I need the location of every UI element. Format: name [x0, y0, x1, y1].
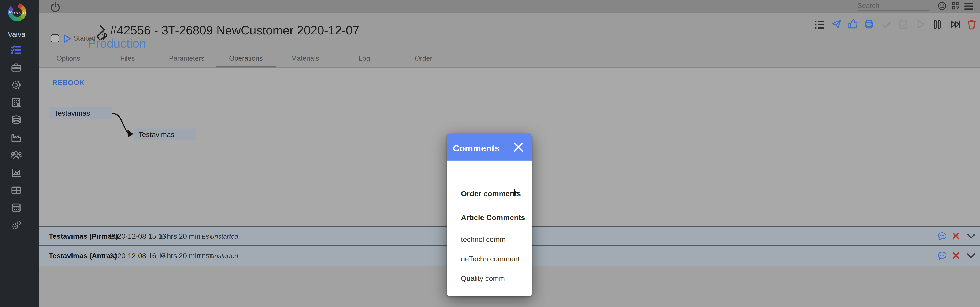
screen: Proman Vaiva: [0, 0, 980, 307]
qr-code-icon[interactable]: [951, 2, 959, 10]
check-icon[interactable]: [881, 19, 891, 30]
play-icon[interactable]: [915, 19, 926, 29]
comments-modal: Comments Order comments Article Comments…: [447, 134, 532, 296]
sidebar-item-database[interactable]: [11, 115, 22, 126]
database-icon: [11, 115, 22, 126]
select-checkbox[interactable]: [50, 34, 59, 43]
sidebar-item-gear[interactable]: [11, 79, 22, 91]
operation-status: Unstarted: [210, 227, 238, 246]
page-title: #42556 - 3T-26809 NewCustomer 2020-12-07: [110, 22, 359, 37]
operation-status: Unstarted: [210, 246, 238, 266]
sidebar-item-settings[interactable]: [11, 220, 22, 231]
operation-datetime: 2020-12-08 16:14: [109, 246, 166, 266]
operation-name: Testavimas (Pirmas): [49, 227, 118, 246]
chevron-down-icon[interactable]: [966, 253, 975, 259]
active-tab-underline: [216, 65, 275, 67]
proman-logo[interactable]: Proman: [7, 3, 27, 23]
app-viewport: Proman Vaiva: [0, 0, 980, 307]
sidebar-item-chart[interactable]: [11, 167, 22, 178]
top-strip: [39, 0, 980, 13]
sidebar: Proman Vaiva: [0, 0, 39, 307]
delete-trash-icon[interactable]: [966, 18, 977, 30]
comment-bubble-icon[interactable]: [937, 231, 947, 241]
tab-materials[interactable]: Materials: [275, 52, 335, 64]
list-icon[interactable]: [814, 19, 825, 30]
hamburger-menu-icon[interactable]: [964, 2, 973, 10]
tags-icon[interactable]: [97, 33, 108, 41]
operation-name: Testavimas (Antras): [49, 246, 117, 266]
tab-order[interactable]: Order: [394, 52, 453, 64]
people-icon: [11, 150, 22, 161]
sidebar-item-grid[interactable]: [11, 185, 22, 196]
comment-item[interactable]: Quality comm: [461, 273, 505, 283]
comment-item[interactable]: neTechn comment: [461, 254, 520, 264]
flow-node[interactable]: Testavimas: [134, 129, 196, 140]
close-icon[interactable]: [514, 143, 523, 152]
sidebar-item-tasks[interactable]: [11, 45, 22, 56]
comment-bubble-icon[interactable]: [937, 250, 947, 260]
settings-gears-icon: [11, 220, 22, 231]
flow-arrowhead: [127, 130, 133, 138]
comments-modal-header: Comments: [447, 134, 532, 161]
building-icon: [11, 97, 22, 108]
status-label: Started: [73, 35, 95, 43]
tab-operations[interactable]: Operations: [216, 52, 275, 64]
print-icon[interactable]: [864, 19, 874, 29]
tab-parameters[interactable]: Parameters: [157, 52, 216, 64]
chevron-down-icon[interactable]: [966, 234, 975, 239]
user-name: Vaiva: [0, 31, 33, 37]
table-grid-icon: [11, 185, 22, 196]
operation-duration: 0 hrs 20 min: [161, 227, 200, 246]
search-input[interactable]: [858, 1, 929, 11]
remove-x-icon[interactable]: [952, 252, 959, 259]
smiley-icon[interactable]: [938, 2, 946, 10]
pause-icon[interactable]: [932, 19, 942, 29]
factory-icon: [11, 132, 22, 143]
briefcase-icon: [11, 62, 22, 73]
flow-node[interactable]: Testavimas: [49, 107, 112, 119]
operation-duration: 0 hrs 20 min: [161, 246, 200, 266]
calculator-icon: [11, 202, 22, 213]
add-comment-icon[interactable]: [511, 189, 518, 196]
tab-files[interactable]: Files: [98, 52, 157, 64]
operations-flowchart: Testavimas Testavimas: [44, 103, 206, 147]
flow-node-label: Testavimas: [54, 109, 90, 117]
comment-item[interactable]: technol comm: [461, 235, 506, 245]
skip-forward-icon[interactable]: [950, 19, 960, 29]
modal-title: Comments: [453, 143, 500, 153]
gear-icon: [11, 79, 22, 91]
start-play-icon[interactable]: [64, 35, 71, 43]
article-comments-heading: Article Comments: [461, 213, 525, 223]
send-icon[interactable]: [831, 19, 842, 29]
area-chart-icon: [11, 167, 22, 178]
thumbs-up-icon[interactable]: [848, 19, 858, 29]
sidebar-item-factory[interactable]: [11, 132, 22, 143]
remove-x-icon[interactable]: [952, 232, 959, 240]
tab-log[interactable]: Log: [335, 52, 394, 64]
tab-options[interactable]: Options: [39, 52, 98, 64]
logo-text: Proman: [5, 10, 30, 16]
calendar-check-icon[interactable]: [898, 19, 908, 29]
tasks-checklist-icon: [11, 45, 22, 56]
sidebar-item-building[interactable]: [11, 97, 22, 108]
sidebar-item-briefcase[interactable]: [11, 62, 22, 73]
operation-datetime: 2020-12-08 15:16: [109, 227, 166, 246]
sidebar-item-calculator[interactable]: [11, 202, 22, 213]
power-icon[interactable]: [50, 1, 60, 13]
flow-node-label: Testavimas: [138, 130, 174, 138]
rebook-button[interactable]: REBOOK: [52, 78, 85, 86]
flow-connector-line: [112, 113, 128, 133]
sidebar-item-people[interactable]: [11, 150, 22, 161]
